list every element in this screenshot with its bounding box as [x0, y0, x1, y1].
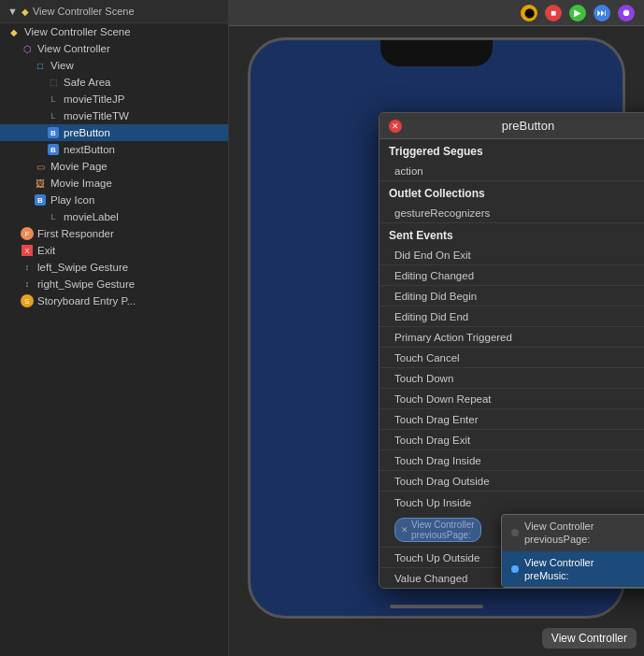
tree-icon-playIcon: B	[34, 193, 47, 207]
tree-label-movieTitleJP: movieTitleJP	[64, 93, 124, 105]
tree-container: ◆View Controller Scene⬡View Controller□V…	[0, 23, 228, 309]
row-touch-drag-outside-label: Touch Drag Outside	[394, 476, 490, 487]
sidebar: ▼ ◆ View Controller Scene ◆View Controll…	[0, 0, 229, 656]
app-container: ▼ ◆ View Controller Scene ◆View Controll…	[0, 0, 644, 656]
dropdown-item-previouspage[interactable]: View ControllerpreviousPage:	[502, 515, 644, 551]
sidebar-header: ▼ ◆ View Controller Scene	[0, 0, 228, 23]
bottom-label: View Controller	[542, 628, 637, 649]
sidebar-item-exit[interactable]: XExit	[0, 242, 228, 259]
connection-previouspage[interactable]: ✕ View ControllerpreviousPage:	[394, 518, 481, 542]
sidebar-item-movieTitleJP[interactable]: LmovieTitleJP	[0, 91, 228, 107]
tree-label-view: View	[50, 60, 74, 71]
tree-icon-scene: ◆	[7, 25, 21, 38]
popup-dialog: ✕ preButton Triggered Segues Hide action	[379, 112, 644, 589]
dropdown-item-premusic[interactable]: View ControllerpreMusic:	[502, 551, 644, 588]
canvas-area: ⬤ ■ ▶ ⏭ ⏺ ⏭ View Controller ✕ preButton	[229, 0, 644, 656]
tree-label-exit: Exit	[37, 245, 55, 256]
row-editing-did-end[interactable]: Editing Did End	[379, 307, 644, 327]
row-gesture-recognizers[interactable]: gestureRecognizers	[379, 203, 644, 223]
row-touch-cancel[interactable]: Touch Cancel	[379, 348, 644, 368]
row-touch-down-repeat-label: Touch Down Repeat	[394, 393, 492, 405]
toolbar-btn-play[interactable]: ▶	[569, 5, 586, 21]
tree-icon-exit: X	[21, 244, 34, 257]
tree-label-moviePage: Movie Page	[50, 161, 107, 172]
sidebar-item-rightSwipe[interactable]: ↕right_Swipe Gesture	[0, 276, 228, 292]
sidebar-item-moviePage[interactable]: ▭Movie Page	[0, 158, 228, 175]
tree-label-movieImage: Movie Image	[50, 178, 112, 189]
section-sent-events: Sent Events	[379, 223, 644, 245]
section-sent-events-label: Sent Events	[389, 229, 453, 242]
row-did-end-on-exit[interactable]: Did End On Exit	[379, 245, 644, 265]
popup-title: preButton	[502, 119, 554, 133]
sidebar-item-movieImage[interactable]: 🖼Movie Image	[0, 175, 228, 192]
tree-label-preButton: preButton	[64, 127, 110, 138]
row-touch-drag-inside[interactable]: Touch Drag Inside	[379, 450, 644, 471]
row-primary-action-label: Primary Action Triggered	[394, 332, 512, 343]
sidebar-item-firstResponder[interactable]: FFirst Responder	[0, 225, 228, 242]
section-triggered-segues-label: Triggered Segues	[389, 145, 483, 158]
tree-icon-movieImage: 🖼	[34, 177, 47, 190]
row-touch-drag-exit[interactable]: Touch Drag Exit	[379, 430, 644, 450]
connection-x-btn-1[interactable]: ✕	[401, 525, 408, 535]
connection-previouspage-label: View ControllerpreviousPage:	[411, 520, 475, 540]
sidebar-item-vc[interactable]: ⬡View Controller	[0, 40, 228, 57]
toolbar-btn-red[interactable]: ■	[545, 5, 562, 21]
row-action[interactable]: action	[379, 161, 644, 181]
row-touch-drag-enter-label: Touch Drag Enter	[394, 414, 479, 425]
tree-label-nextButton: nextButton	[64, 144, 115, 155]
row-primary-action[interactable]: Primary Action Triggered	[379, 327, 644, 348]
section-outlet-collections-label: Outlet Collections	[389, 187, 485, 200]
sidebar-item-leftSwipe[interactable]: ↕left_Swipe Gesture	[0, 259, 228, 276]
sidebar-item-safe[interactable]: ⬚Safe Area	[0, 74, 228, 91]
tree-label-leftSwipe: left_Swipe Gesture	[37, 262, 128, 273]
tree-icon-movieTitleJP: L	[47, 93, 60, 106]
phone-notch	[380, 40, 493, 66]
row-touch-cancel-label: Touch Cancel	[394, 352, 460, 364]
dropdown-item-previouspage-label: View ControllerpreviousPage:	[524, 520, 594, 547]
row-touch-down[interactable]: Touch Down	[379, 368, 644, 389]
sidebar-item-storyboard[interactable]: SStoryboard Entry P...	[0, 292, 228, 309]
sidebar-item-movieTitleTW[interactable]: LmovieTitleTW	[0, 107, 228, 124]
toolbar-btn-orange[interactable]: ⬤	[521, 5, 537, 21]
row-touch-down-label: Touch Down	[394, 373, 453, 384]
row-touch-drag-inside-label: Touch Drag Inside	[394, 455, 481, 466]
sidebar-item-nextButton[interactable]: BnextButton	[0, 141, 228, 158]
sidebar-title: View Controller Scene	[33, 6, 135, 17]
row-editing-changed[interactable]: Editing Changed	[379, 265, 644, 286]
row-touch-up-inside[interactable]: Touch Up Inside ✕ View Controllerpreviou…	[379, 492, 644, 548]
row-touch-drag-outside[interactable]: Touch Drag Outside	[379, 471, 644, 492]
toolbar-btn-record[interactable]: ⏺	[618, 5, 635, 21]
tree-icon-safe: ⬚	[47, 76, 60, 89]
tree-label-scene: View Controller Scene	[24, 26, 131, 37]
sidebar-item-preButton[interactable]: BpreButton	[0, 124, 228, 141]
tree-icon-leftSwipe: ↕	[21, 261, 34, 274]
scene-disclosure[interactable]: ▼	[7, 6, 18, 17]
tree-icon-movieTitleTW: L	[47, 109, 60, 122]
row-touch-drag-exit-label: Touch Drag Exit	[394, 435, 470, 446]
row-action-label: action	[394, 165, 423, 177]
tree-label-movieTitleTW: movieTitleTW	[64, 110, 129, 121]
dropdown-dot-1	[511, 529, 519, 536]
row-touch-up-inside-label: Touch Up Inside	[394, 497, 644, 508]
tree-label-playIcon: Play Icon	[50, 194, 94, 206]
tree-icon-preButton: B	[47, 126, 60, 139]
popup-title-bar: ✕ preButton	[379, 113, 644, 139]
sidebar-item-playIcon[interactable]: BPlay Icon	[0, 192, 228, 208]
row-editing-did-begin[interactable]: Editing Did Begin	[379, 286, 644, 307]
row-touch-down-repeat[interactable]: Touch Down Repeat	[379, 389, 644, 409]
toolbar: ⬤ ■ ▶ ⏭ ⏺	[229, 0, 644, 26]
section-triggered-segues: Triggered Segues Hide	[379, 139, 644, 161]
phone-home-indicator	[390, 605, 483, 608]
sidebar-item-scene[interactable]: ◆View Controller Scene	[0, 23, 228, 40]
popup-close-button[interactable]: ✕	[389, 120, 402, 133]
sidebar-item-view[interactable]: □View	[0, 57, 228, 74]
toolbar-btn-step[interactable]: ⏭	[594, 5, 610, 21]
popup-body[interactable]: Triggered Segues Hide action Outlet Coll…	[379, 139, 644, 588]
row-did-end-on-exit-label: Did End On Exit	[394, 250, 471, 261]
tree-icon-moviePage: ▭	[34, 160, 47, 173]
tree-label-firstResponder: First Responder	[37, 228, 114, 239]
sidebar-item-movieLabel[interactable]: LmovieLabel	[0, 208, 228, 225]
dropdown-menu[interactable]: View ControllerpreviousPage: View Contro…	[501, 514, 644, 588]
row-touch-drag-enter[interactable]: Touch Drag Enter	[379, 409, 644, 430]
popup-overlay: ✕ preButton Triggered Segues Hide action	[379, 112, 644, 589]
